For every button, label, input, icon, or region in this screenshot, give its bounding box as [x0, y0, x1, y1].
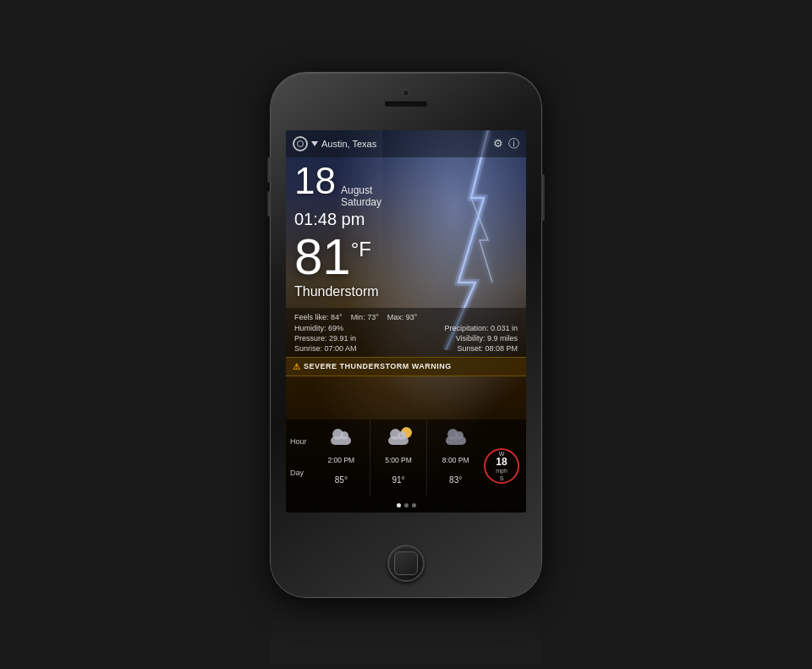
home-button[interactable]	[387, 545, 425, 582]
forecast-time-2: 5:00 PM	[385, 456, 412, 464]
location-text: Austin, Texas	[321, 139, 376, 149]
forecast-time-1: 2:00 PM	[328, 456, 355, 464]
forecast-items: 2:00 PM 85° 5:00 PM 91°	[313, 419, 484, 496]
dot-3	[412, 503, 416, 507]
forecast-temp-2: 91°	[392, 475, 404, 485]
compass-ring: W S 18 mph	[484, 448, 519, 484]
phone-reflection	[271, 597, 541, 665]
temperature-area: 81°F Thunderstorm	[294, 232, 379, 299]
cloud-dark-icon-3	[444, 430, 468, 445]
app-logo	[293, 136, 308, 151]
forecast-strip: Hour Day 2:00 PM 85°	[286, 419, 526, 513]
temperature-unit: °F	[351, 238, 371, 260]
detail-row-2: Pressure: 29.91 in Visibility: 9.9 miles	[294, 334, 518, 343]
home-button-inner	[394, 551, 418, 575]
info-icon[interactable]: ⓘ	[508, 136, 519, 151]
max-temp: Max: 93°	[387, 313, 418, 321]
forecast-item-3[interactable]: 8:00 PM 83°	[427, 419, 484, 496]
warning-text: SEVERE THUNDERSTORM WARNING	[304, 362, 452, 370]
volume-up-button[interactable]	[267, 157, 271, 183]
settings-icon[interactable]: ⚙	[493, 137, 503, 150]
forecast-item-2[interactable]: 5:00 PM 91°	[370, 419, 428, 496]
feels-minmax-row: Feels like: 84° Min: 73° Max: 93°	[294, 313, 518, 321]
time-display: 01:48 pm	[294, 210, 381, 229]
datetime-area: 18 August Saturday 01:48 pm	[294, 162, 381, 229]
phone-device: Austin, Texas ⚙ ⓘ 18 August Saturday 01:…	[271, 73, 541, 597]
phone-shell: Austin, Texas ⚙ ⓘ 18 August Saturday 01:…	[271, 73, 541, 597]
sunrise: Sunrise: 07:00 AM	[294, 344, 357, 353]
forecast-item-1[interactable]: 2:00 PM 85°	[313, 419, 370, 496]
warning-banner[interactable]: ⚠ SEVERE THUNDERSTORM WARNING	[286, 357, 526, 376]
min-temp: Min: 73°	[351, 313, 379, 321]
day-label: Day	[286, 469, 313, 477]
humidity: Humidity: 69%	[294, 324, 343, 332]
visibility: Visibility: 9.9 miles	[456, 334, 518, 343]
dot-1	[397, 503, 401, 507]
top-bar: Austin, Texas ⚙ ⓘ	[286, 130, 526, 157]
logo-inner	[297, 140, 304, 147]
day-number: 18	[294, 162, 336, 200]
warning-icon: ⚠	[293, 362, 300, 371]
detail-row-1: Humidity: 69% Precipitation: 0.031 in	[294, 324, 518, 332]
wind-compass: W S 18 mph	[484, 448, 519, 484]
location-dropdown-icon	[311, 141, 318, 146]
top-bar-icons: ⚙ ⓘ	[493, 136, 519, 151]
phone-camera	[403, 90, 409, 96]
location-area[interactable]: Austin, Texas	[311, 139, 493, 149]
compass-south: S	[500, 475, 504, 481]
day-name: Saturday	[341, 196, 381, 208]
feels-like: Feels like: 84°	[294, 313, 343, 321]
forecast-temp-3: 83°	[449, 475, 462, 485]
sunset: Sunset: 08:08 PM	[457, 344, 518, 353]
sleep-button[interactable]	[541, 174, 545, 221]
forecast-temp-1: 85°	[335, 475, 348, 485]
condition-text: Thunderstorm	[294, 284, 379, 299]
month-name: August	[341, 184, 381, 196]
date-details: August Saturday	[341, 184, 381, 208]
phone-speaker	[385, 101, 427, 107]
volume-down-button[interactable]	[267, 191, 271, 217]
detail-row-3: Sunrise: 07:00 AM Sunset: 08:08 PM	[294, 344, 518, 353]
precipitation: Precipitation: 0.031 in	[444, 324, 518, 332]
pressure: Pressure: 29.91 in	[294, 334, 356, 343]
forecast-time-3: 8:00 PM	[442, 456, 469, 464]
compass-labels: W S	[486, 450, 518, 482]
cloud-sun-icon-2	[387, 430, 410, 445]
phone-screen: Austin, Texas ⚙ ⓘ 18 August Saturday 01:…	[286, 130, 526, 513]
cloud-icon-1	[329, 430, 353, 445]
forecast-labels: Hour Day	[286, 419, 313, 496]
compass-north: W	[499, 451, 505, 457]
temperature-value: 81	[294, 228, 351, 285]
dot-2	[404, 503, 409, 507]
page-dots	[286, 503, 526, 507]
temperature-main: 81°F	[294, 232, 379, 282]
weather-details-panel: Feels like: 84° Min: 73° Max: 93° Humidi…	[286, 308, 526, 359]
hour-label: Hour	[286, 437, 313, 446]
